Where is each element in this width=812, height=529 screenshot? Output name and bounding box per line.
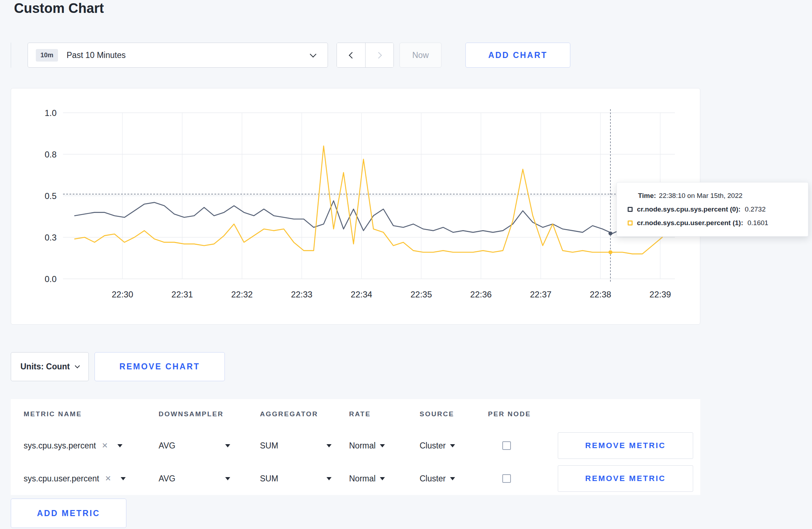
series-user-swatch-icon [628, 220, 633, 225]
metrics-table-header: METRIC NAME DOWNSAMPLER AGGREGATOR RATE … [11, 399, 700, 429]
aggregator-value: SUM [260, 474, 278, 484]
remove-metric-button[interactable]: REMOVE METRIC [558, 432, 693, 459]
next-range-button[interactable] [365, 43, 393, 67]
col-header-source: SOURCE [420, 410, 488, 418]
time-step-buttons [337, 43, 394, 68]
tooltip-time-value: 22:38:10 on Mar 15th, 2022 [659, 192, 742, 199]
metric-name-select[interactable]: sys.cpu.user.percent ✕ [24, 474, 159, 484]
tooltip-series-row: cr.node.sys.cpu.user.percent (1): 0.1601 [628, 219, 797, 227]
svg-text:0.5: 0.5 [45, 191, 57, 201]
col-header-metric-name: METRIC NAME [24, 410, 159, 418]
caret-down-icon [225, 444, 230, 447]
metric-row: sys.cpu.user.percent ✕ AVG SUM Normal Cl… [11, 462, 700, 495]
svg-text:0.0: 0.0 [45, 274, 57, 284]
metric-name-select[interactable]: sys.cpu.sys.percent ✕ [24, 441, 159, 451]
svg-text:1.0: 1.0 [45, 108, 57, 118]
chevron-down-icon [75, 363, 80, 368]
svg-text:22:36: 22:36 [470, 290, 492, 299]
col-header-downsampler: DOWNSAMPLER [159, 410, 260, 418]
caret-down-icon [450, 477, 455, 480]
rate-select[interactable]: Normal [349, 474, 420, 484]
downsampler-value: AVG [159, 441, 175, 451]
caret-down-icon [225, 477, 230, 480]
aggregator-select[interactable]: SUM [260, 441, 332, 451]
tooltip-series-label: cr.node.sys.cpu.sys.percent (0): [637, 205, 740, 213]
units-label: Units: Count [20, 362, 70, 372]
col-header-aggregator: AGGREGATOR [260, 410, 349, 418]
source-value: Cluster [420, 474, 446, 484]
toolbar-divider [11, 43, 11, 68]
svg-text:22:31: 22:31 [171, 290, 193, 299]
chevron-down-icon [310, 51, 316, 57]
series-sys-swatch-icon [628, 207, 633, 212]
rate-value: Normal [349, 474, 376, 484]
source-select[interactable]: Cluster [420, 441, 488, 451]
custom-chart-page: Custom Chart 10m Past 10 Minutes Now ADD… [0, 0, 812, 529]
metric-row: sys.cpu.sys.percent ✕ AVG SUM Normal Clu… [11, 429, 700, 462]
metrics-line-chart[interactable]: 22:3022:3122:3222:3322:3422:3522:3622:37… [11, 88, 701, 325]
time-toolbar: 10m Past 10 Minutes Now ADD CHART [11, 43, 570, 68]
time-range-dropdown[interactable]: 10m Past 10 Minutes [28, 43, 328, 68]
caret-down-icon [450, 444, 455, 447]
tooltip-series-label: cr.node.sys.cpu.user.percent (1): [637, 219, 743, 227]
col-header-rate: RATE [349, 410, 420, 418]
time-range-label: Past 10 Minutes [67, 50, 126, 60]
svg-text:22:37: 22:37 [530, 290, 551, 299]
svg-text:0.3: 0.3 [45, 233, 57, 242]
tooltip-series-value: 0.1601 [748, 219, 768, 227]
per-node-checkbox[interactable] [502, 441, 511, 450]
tooltip-series-row: cr.node.sys.cpu.sys.percent (0): 0.2732 [628, 205, 797, 213]
aggregator-value: SUM [260, 441, 278, 451]
downsampler-value: AVG [159, 474, 175, 484]
svg-text:0.8: 0.8 [45, 150, 57, 159]
remove-metric-button[interactable]: REMOVE METRIC [558, 465, 693, 492]
downsampler-select[interactable]: AVG [159, 474, 230, 484]
rate-select[interactable]: Normal [349, 441, 420, 451]
metric-name-value: sys.cpu.sys.percent [24, 441, 96, 451]
clear-metric-icon[interactable]: ✕ [105, 474, 111, 483]
svg-text:22:34: 22:34 [351, 290, 372, 299]
caret-down-icon [117, 444, 122, 447]
chevron-left-icon [349, 52, 355, 58]
metric-name-value: sys.cpu.user.percent [24, 474, 99, 484]
caret-down-icon [380, 444, 385, 447]
units-dropdown[interactable]: Units: Count [11, 352, 89, 381]
caret-down-icon [380, 477, 385, 480]
tooltip-time-row: Time:22:38:10 on Mar 15th, 2022 [638, 192, 797, 200]
svg-text:22:38: 22:38 [590, 290, 611, 299]
svg-text:22:33: 22:33 [291, 290, 313, 299]
time-range-badge: 10m [36, 49, 58, 62]
downsampler-select[interactable]: AVG [159, 441, 230, 451]
per-node-checkbox[interactable] [502, 474, 511, 483]
add-metric-button[interactable]: ADD METRIC [11, 499, 126, 528]
prev-range-button[interactable] [337, 43, 365, 67]
now-button[interactable]: Now [400, 43, 441, 68]
aggregator-select[interactable]: SUM [260, 474, 332, 484]
add-chart-button[interactable]: ADD CHART [465, 43, 570, 68]
source-select[interactable]: Cluster [420, 474, 488, 484]
tooltip-series-value: 0.2732 [745, 205, 765, 213]
caret-down-icon [327, 477, 332, 480]
svg-text:22:32: 22:32 [231, 290, 253, 299]
rate-value: Normal [349, 441, 376, 451]
svg-text:22:30: 22:30 [112, 290, 133, 299]
chevron-right-icon [375, 52, 382, 58]
source-value: Cluster [420, 441, 446, 451]
metrics-table: METRIC NAME DOWNSAMPLER AGGREGATOR RATE … [11, 399, 700, 495]
clear-metric-icon[interactable]: ✕ [102, 441, 108, 450]
remove-chart-button[interactable]: REMOVE CHART [95, 352, 225, 381]
svg-text:22:35: 22:35 [410, 290, 432, 299]
tooltip-time-label: Time: [638, 192, 656, 199]
svg-text:22:39: 22:39 [649, 290, 671, 299]
chart-controls: Units: Count REMOVE CHART [11, 352, 225, 381]
caret-down-icon [121, 477, 126, 480]
caret-down-icon [327, 444, 332, 447]
col-header-per-node: PER NODE [488, 410, 557, 418]
chart-card: 22:3022:3122:3222:3322:3422:3522:3622:37… [11, 88, 700, 325]
chart-tooltip: Time:22:38:10 on Mar 15th, 2022 cr.node.… [617, 182, 808, 237]
page-title: Custom Chart [14, 1, 104, 16]
